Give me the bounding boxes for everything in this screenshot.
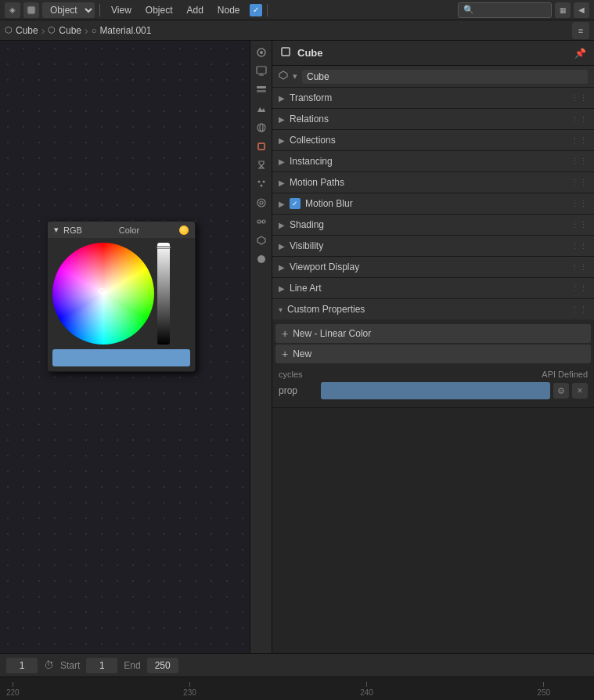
prop-header-icon [280,46,291,60]
data-prop-icon[interactable] [253,232,270,249]
viewlayer-prop-icon[interactable] [253,81,270,99]
viewport-bg: ▾ RGB Color [0,41,250,653]
prop-row-prop: prop ⚙ × [275,381,591,401]
output-prop-icon[interactable] [253,63,270,80]
section-title-transform: Transform [290,92,332,103]
prop-panel-header: Cube 📌 [272,41,594,66]
section-header-collections[interactable]: ▶ Collections ⋮⋮ [272,130,594,150]
separator-1 [99,4,100,16]
current-frame-input[interactable] [6,658,38,673]
color-wheel[interactable] [52,243,154,345]
section-header-motion-paths[interactable]: ▶ Motion Paths ⋮⋮ [272,172,594,193]
menu-object[interactable]: Object [139,3,179,17]
object-name-input[interactable] [302,70,588,84]
pin-icon[interactable]: 📌 [574,48,586,59]
top-menubar: ◈ Object View Object Add Node ✓ 🔍 ▦ ◀ [0,0,594,20]
breadcrumb-bar: ⬡ Cube › ⬡ Cube › ○ Material.001 ≡ [0,20,594,41]
color-wheel-cursor [99,288,105,294]
color-wheel-area [48,238,195,349]
section-title-line-art: Line Art [290,283,322,294]
motion-blur-checkbox[interactable]: ✓ [290,198,301,209]
prop-icons-column [250,41,272,653]
constraints-prop-icon[interactable] [253,213,270,230]
breadcrumb-item-3[interactable]: ○ Material.001 [92,25,152,36]
breadcrumb-item-1[interactable]: ⬡ Cube [5,25,38,36]
section-relations: ▶ Relations ⋮⋮ [272,109,594,130]
blender-icon[interactable]: ◈ [5,2,20,18]
cube-icon-1: ⬡ [5,25,13,35]
timeline-clock-icon: ⏱ [44,659,54,671]
breadcrumb-right: ≡ [572,22,589,39]
section-header-viewport-display[interactable]: ▶ Viewport Display ⋮⋮ [272,257,594,277]
viewport[interactable]: ▾ RGB Color [0,41,250,653]
svg-point-11 [260,185,262,187]
scene-prop-icon[interactable] [253,100,270,117]
section-header-line-art[interactable]: ▶ Line Art ⋮⋮ [272,278,594,298]
section-arrow-custom-props: ▾ [279,305,283,314]
add-new-label: New [293,348,311,359]
svg-rect-0 [27,6,35,14]
section-title-motion-paths: Motion Paths [290,177,344,188]
section-shading: ▶ Shading ⋮⋮ [272,215,594,236]
prop-value-input[interactable] [321,382,550,399]
section-drag-viewport-display: ⋮⋮ [571,262,588,272]
svg-rect-19 [282,48,290,56]
modifier-prop-icon[interactable] [253,157,270,174]
section-title-collections: Collections [290,135,336,146]
breadcrumb-label-3: Material.001 [99,25,151,36]
prop-col-api-defined: API Defined [435,370,589,379]
color-result-bar[interactable] [52,349,190,366]
object-mode-icon[interactable] [23,2,39,18]
breadcrumb-item-2[interactable]: ⬡ Cube [48,25,81,36]
menu-view[interactable]: View [105,3,138,17]
particles-prop-icon[interactable] [253,175,270,193]
svg-rect-5 [257,90,266,92]
menu-add[interactable]: Add [180,3,209,17]
section-header-visibility[interactable]: ▶ Visibility ⋮⋮ [272,236,594,256]
section-motion-blur: ▶ ✓ Motion Blur ⋮⋮ [272,193,594,215]
section-motion-paths: ▶ Motion Paths ⋮⋮ [272,172,594,193]
material-prop-icon[interactable] [253,251,270,268]
render-prop-icon[interactable] [253,44,270,61]
color-dot [179,226,189,235]
color-picker-header[interactable]: ▾ RGB Color [48,222,195,238]
menu-node[interactable]: Node [211,3,247,17]
render-dropdown[interactable]: ▦ [555,2,571,18]
ruler-mark-220: 220 [6,682,20,697]
search-icon: 🔍 [463,5,474,15]
section-header-transform[interactable]: ▶ Transform ⋮⋮ [272,88,594,108]
svg-point-6 [257,124,265,132]
section-header-instancing[interactable]: ▶ Instancing ⋮⋮ [272,151,594,171]
section-header-motion-blur[interactable]: ▶ ✓ Motion Blur ⋮⋮ [272,193,594,214]
section-arrow-transform: ▶ [279,94,285,103]
object-prop-icon[interactable] [253,138,270,155]
physics-prop-icon[interactable] [253,194,270,211]
prop-panel-title: Cube [297,47,323,59]
ruler-mark-250: 250 [537,682,550,697]
properties-panel: Cube 📌 ▾ ▶ Transform ⋮⋮ [250,41,594,653]
brightness-slider[interactable] [157,243,170,345]
world-prop-icon[interactable] [253,119,270,136]
section-title-motion-blur: Motion Blur [305,198,353,209]
viewport-shading-toggle[interactable]: ✓ [250,4,262,16]
prop-gear-button[interactable]: ⚙ [553,383,569,399]
color-label: Color [119,226,139,235]
properties-content: Cube 📌 ▾ ▶ Transform ⋮⋮ [272,41,594,653]
section-header-shading[interactable]: ▶ Shading ⋮⋮ [272,215,594,235]
bc-btn-toggle[interactable]: ≡ [572,22,589,39]
section-visibility: ▶ Visibility ⋮⋮ [272,236,594,257]
ruler-area: 220 230 240 250 [0,677,594,700]
prop-col-cycles: cycles [279,370,432,379]
add-linear-color-button[interactable]: + New - Linear Color [275,324,591,343]
object-mode-select[interactable]: Object [42,2,95,18]
section-custom-properties: ▾ Custom Properties ⋮⋮ + New - Linear Co… [272,299,594,408]
close-icon: × [577,385,582,396]
search-box[interactable]: 🔍 [458,2,552,18]
ruler-mark-240: 240 [360,682,373,697]
prop-close-button[interactable]: × [572,383,588,399]
section-header-custom-props[interactable]: ▾ Custom Properties ⋮⋮ [272,299,594,319]
expand-toggle[interactable]: ◀ [574,2,589,18]
section-drag-custom-props: ⋮⋮ [571,305,588,315]
section-header-relations[interactable]: ▶ Relations ⋮⋮ [272,109,594,129]
add-new-button[interactable]: + New [275,345,591,363]
